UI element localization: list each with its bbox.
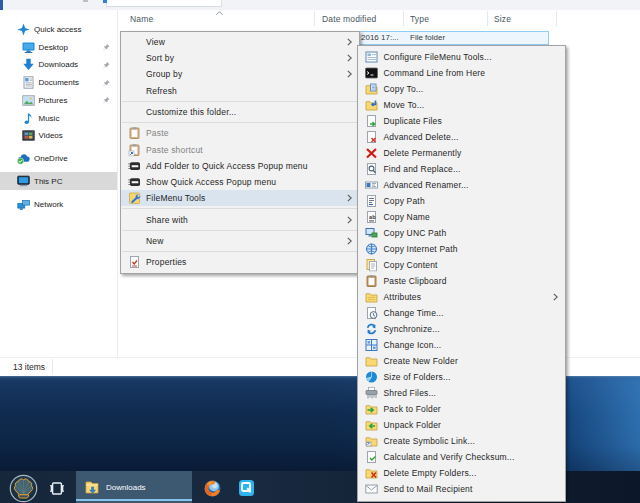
svg-text:ab: ab: [369, 214, 376, 220]
